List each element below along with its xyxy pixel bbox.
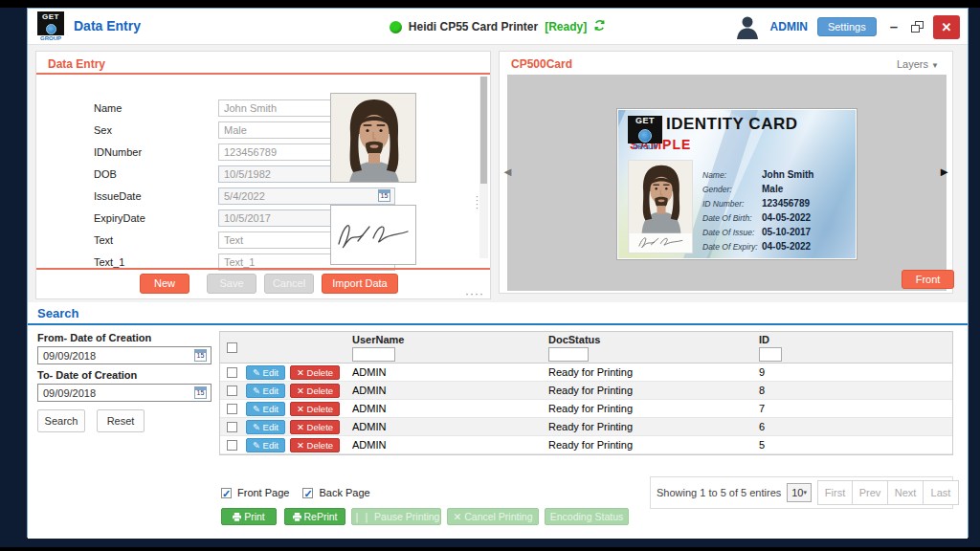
search-section: Search From- Date of Creation 15 To- Dat… [28,302,968,539]
pencil-icon: ✎ [253,386,260,396]
first-page-button[interactable]: First [817,480,853,505]
pencil-icon: ✎ [253,422,260,432]
issuedate-field[interactable] [218,187,395,205]
from-date-input[interactable] [37,346,212,364]
card-get-group-logo-icon: GET GROUP [628,116,662,152]
form-scrollbar-thumb[interactable] [480,77,487,184]
print-button[interactable]: Print [221,508,277,525]
x-icon: ✕ [297,386,304,396]
resize-handle-dots[interactable]: ···· [465,287,484,300]
card-field-value: Male [762,184,783,194]
table-row: ✎ Edit ✕ Delete ADMIN Ready for Printing… [220,382,952,400]
print-label: Print [244,511,265,522]
back-page-checkbox[interactable]: ✓ [302,488,313,498]
next-page-button[interactable]: Next [888,480,924,505]
field-label-issuedate: IssueDate [94,190,142,202]
minimize-button[interactable]: – [886,22,902,32]
import-data-button[interactable]: Import Data [322,274,398,294]
new-button[interactable]: New [140,274,189,294]
card-field-value: 04-05-2022 [762,241,811,252]
pause-printing-button[interactable]: ❘❘ Pause Printing [351,508,441,525]
delete-label: Delete [307,367,333,378]
from-date-label: From- Date of Creation [37,332,151,343]
identity-card-front[interactable]: IDENTITY CARD SAMPLE GET GROUP Name:John… [617,109,857,259]
cell-docstatus: Ready for Printing [543,421,753,432]
settings-button[interactable]: Settings [817,17,877,36]
previous-card-side-arrow[interactable]: ◄ [501,165,514,179]
reset-button[interactable]: Reset [97,409,145,432]
applicant-photo[interactable] [330,93,416,183]
divider [28,323,968,325]
form-scrollbar[interactable] [479,77,488,258]
cancel-button[interactable]: Cancel [264,274,314,294]
search-button[interactable]: Search [37,409,85,432]
delete-button[interactable]: ✕ Delete [290,438,340,452]
edit-button[interactable]: ✎ Edit [246,402,285,416]
applicant-signature[interactable] [330,205,416,265]
card-field-label: Date Of Issue: [702,228,762,237]
divider [36,268,490,270]
cancel-printing-label: Cancel Printing [464,511,532,522]
card-panel-title: CP500Card [511,57,572,71]
row-checkbox[interactable] [227,386,237,396]
edit-button[interactable]: ✎ Edit [246,365,285,380]
select-all-checkbox[interactable] [227,342,237,353]
page-size-select[interactable]: 10 ▾ [787,483,812,502]
field-label-text: Text [94,234,113,246]
edit-button[interactable]: ✎ Edit [246,420,285,434]
card-photo [628,160,693,253]
layers-dropdown[interactable]: Layers ▼ [897,58,939,70]
last-page-button[interactable]: Last [924,480,959,505]
cell-username: ADMIN [346,421,543,432]
delete-button[interactable]: ✕ Delete [290,402,340,416]
search-section-title: Search [37,306,78,320]
actions-column-header [243,332,346,363]
prev-page-button[interactable]: Prev [853,480,888,505]
next-card-side-arrow[interactable]: ► [938,165,950,179]
close-button[interactable]: ✕ [933,15,960,39]
front-side-button[interactable]: Front [902,270,954,289]
docstatus-filter-input[interactable] [548,347,589,362]
calendar-icon[interactable]: 15 [194,349,207,362]
row-checkbox[interactable] [227,404,237,414]
table-row: ✎ Edit ✕ Delete ADMIN Ready for Printing… [220,364,952,382]
reprint-button[interactable]: RePrint [284,508,345,525]
desktop: GET GROUP Data Entry Heidi CP55 Card Pri… [0,0,980,551]
row-checkbox[interactable] [227,422,237,432]
username-filter-input[interactable] [352,347,395,362]
calendar-icon[interactable]: 15 [378,189,390,202]
edit-button[interactable]: ✎ Edit [246,438,285,452]
printer-ready-indicator-icon [390,21,402,33]
table-row: ✎ Edit ✕ Delete ADMIN Ready for Printing… [220,400,952,418]
to-date-label: To- Date of Creation [37,369,137,381]
id-column-header: ID [753,334,952,345]
calendar-icon[interactable]: 15 [194,386,207,399]
card-field-label: ID Number: [702,199,762,209]
docstatus-column-header: DocStatus [543,334,753,345]
delete-button[interactable]: ✕ Delete [290,365,340,380]
cell-username: ADMIN [346,403,543,414]
x-icon: ✕ [297,440,304,451]
save-button[interactable]: Save [207,274,256,294]
front-page-checkbox[interactable]: ✓ [221,488,232,498]
delete-button[interactable]: ✕ Delete [290,384,340,398]
cancel-printing-button[interactable]: ✕ Cancel Printing [447,508,539,525]
pencil-icon: ✎ [253,404,260,414]
id-filter-input[interactable] [759,347,782,362]
reprint-label: RePrint [303,511,337,522]
to-date-input[interactable] [37,384,212,402]
pause-printing-label: Pause Printing [374,511,439,522]
refresh-printer-icon[interactable] [593,19,606,34]
cell-username: ADMIN [346,366,543,378]
card-field-label: Name: [702,170,762,180]
cell-id: 7 [753,403,952,414]
cell-docstatus: Ready for Printing [543,366,753,378]
edit-button[interactable]: ✎ Edit [246,384,285,398]
encoding-status-button[interactable]: Encoding Status [545,508,629,525]
delete-button[interactable]: ✕ Delete [290,420,340,434]
cell-id: 8 [753,385,952,396]
titlebar: GET GROUP Data Entry Heidi CP55 Card Pri… [28,9,968,45]
row-checkbox[interactable] [227,440,237,451]
restore-button[interactable] [911,21,924,33]
row-checkbox[interactable] [227,367,237,378]
